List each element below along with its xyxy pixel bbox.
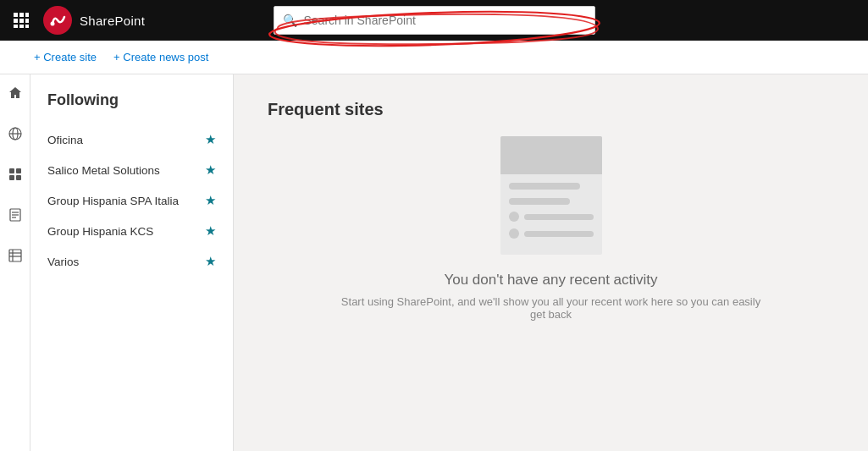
svg-rect-6 — [14, 25, 18, 28]
ph-line — [509, 183, 580, 190]
list-item[interactable]: Group Hispania KCS ★ — [47, 216, 216, 246]
list-nav-button[interactable] — [3, 244, 27, 267]
svg-point-10 — [51, 22, 55, 26]
star-icon: ★ — [205, 162, 216, 178]
placeholder-illustration — [500, 136, 602, 255]
create-site-button[interactable]: + Create site — [34, 51, 97, 63]
frequent-sites-title: Frequent sites — [268, 100, 834, 119]
salico-logo — [42, 5, 73, 36]
main-content: Frequent sites You don't have any recent… — [234, 74, 868, 451]
empty-state: You don't have any recent activity Start… — [268, 136, 834, 321]
svg-rect-18 — [16, 175, 21, 180]
following-panel: Following Oficina ★ Salico Metal Solutio… — [30, 74, 234, 451]
app-name: SharePoint — [80, 14, 145, 28]
ph-circle — [509, 228, 519, 239]
document-nav-button[interactable] — [3, 203, 27, 227]
site-name: Oficina — [47, 134, 83, 146]
svg-rect-17 — [9, 175, 14, 180]
svg-rect-16 — [16, 168, 21, 173]
search-box[interactable]: 🔍 — [274, 6, 595, 35]
list-item[interactable]: Salico Metal Solutions ★ — [47, 155, 216, 185]
home-nav-button[interactable] — [3, 81, 27, 105]
list-item[interactable]: Varios ★ — [47, 246, 216, 277]
svg-rect-7 — [19, 25, 24, 28]
logo-container: SharePoint — [42, 5, 145, 36]
list-item[interactable]: Group Hispania SPA Italia ★ — [47, 185, 216, 216]
main-layout: Following Oficina ★ Salico Metal Solutio… — [0, 74, 868, 451]
ph-row — [509, 228, 594, 239]
svg-rect-23 — [9, 250, 21, 261]
star-icon: ★ — [205, 193, 216, 208]
svg-rect-2 — [25, 13, 29, 17]
site-name: Group Hispania SPA Italia — [47, 195, 179, 207]
search-input[interactable] — [304, 14, 586, 27]
ph-header — [500, 136, 602, 174]
site-name: Group Hispania KCS — [47, 225, 153, 238]
secondbar: + Create site + Create news post — [0, 41, 868, 74]
ph-line — [509, 198, 570, 205]
list-item[interactable]: Oficina ★ — [47, 124, 216, 155]
topbar-left: SharePoint — [8, 5, 145, 36]
svg-rect-4 — [19, 19, 24, 23]
icon-sidebar — [0, 74, 30, 451]
search-icon: 🔍 — [283, 14, 297, 27]
site-name: Salico Metal Solutions — [47, 164, 160, 177]
globe-nav-button[interactable] — [3, 122, 27, 146]
star-icon: ★ — [205, 132, 216, 147]
search-container: 🔍 — [274, 6, 595, 35]
star-icon: ★ — [205, 254, 216, 269]
ph-row — [509, 212, 594, 222]
empty-subtitle: Start using SharePoint, and we'll show y… — [340, 295, 763, 321]
star-icon: ★ — [205, 223, 216, 239]
empty-title: You don't have any recent activity — [444, 272, 657, 289]
ph-circle — [509, 212, 519, 222]
svg-rect-8 — [25, 25, 29, 28]
following-title: Following — [47, 91, 216, 109]
topbar: SharePoint 🔍 — [0, 0, 868, 41]
svg-rect-5 — [25, 19, 29, 23]
create-news-post-button[interactable]: + Create news post — [113, 51, 208, 63]
ph-line — [524, 214, 594, 220]
svg-rect-3 — [14, 19, 18, 23]
svg-rect-15 — [9, 168, 14, 173]
ph-line — [524, 231, 594, 237]
waffle-icon[interactable] — [8, 13, 34, 28]
apps-nav-button[interactable] — [3, 162, 27, 186]
site-name: Varios — [47, 256, 79, 268]
svg-rect-0 — [14, 13, 18, 17]
svg-rect-1 — [19, 13, 24, 17]
